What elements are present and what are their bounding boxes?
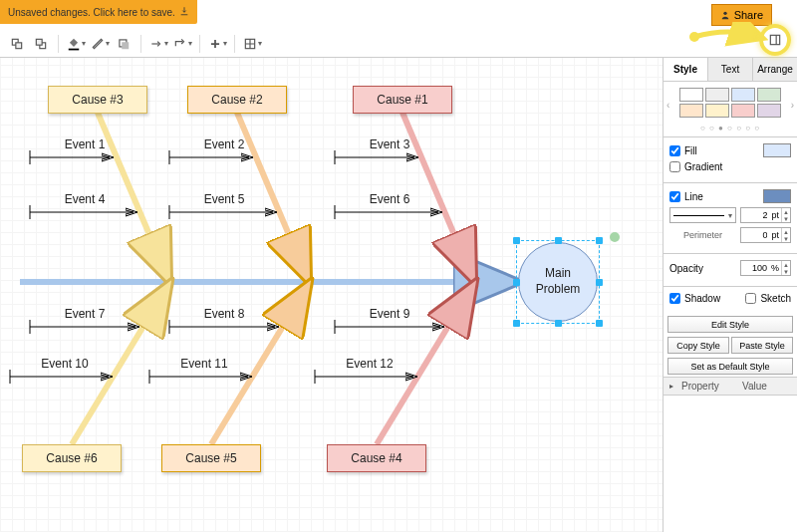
- line-width-input[interactable]: pt ▲▼: [740, 207, 791, 223]
- separator: [140, 35, 141, 53]
- sketch-label: Sketch: [760, 293, 791, 304]
- swatch[interactable]: [679, 104, 703, 118]
- shadow-label: Shadow: [684, 293, 720, 304]
- line-label: Line: [684, 191, 703, 202]
- opacity-label: Opacity: [669, 263, 703, 274]
- line-color-swatch[interactable]: [763, 189, 791, 203]
- annotation-arrow: [689, 22, 769, 52]
- cause-box[interactable]: Cause #5: [161, 444, 261, 472]
- event-label[interactable]: Event 12: [325, 357, 414, 371]
- shadow-button[interactable]: [113, 33, 134, 55]
- perimeter-input[interactable]: pt ▲▼: [740, 227, 791, 243]
- tab-style[interactable]: Style: [664, 58, 708, 81]
- event-label[interactable]: Event 3: [345, 137, 434, 151]
- sketch-checkbox[interactable]: [745, 293, 756, 304]
- line-checkbox[interactable]: [669, 191, 680, 202]
- style-palette: [664, 82, 797, 124]
- swatch[interactable]: [705, 104, 729, 118]
- svg-rect-4: [36, 39, 42, 45]
- line-color-button[interactable]: ▾: [89, 33, 111, 55]
- to-front-button[interactable]: [6, 33, 28, 55]
- palette-pager: ○ ○ ● ○ ○ ○ ○: [664, 124, 797, 136]
- toolbar: ▾ ▾ ▾ ▾ ▾ ▾: [0, 30, 797, 58]
- event-label[interactable]: Event 6: [345, 192, 434, 206]
- separator: [199, 35, 200, 53]
- table-button[interactable]: ▾: [241, 33, 263, 55]
- rotate-handle[interactable]: [610, 232, 620, 242]
- separator: [58, 35, 59, 53]
- event-label[interactable]: Event 4: [40, 192, 130, 206]
- event-label[interactable]: Event 1: [40, 137, 130, 151]
- swatch[interactable]: [705, 88, 729, 102]
- edit-style-button[interactable]: Edit Style: [667, 316, 793, 333]
- default-style-button[interactable]: Set as Default Style: [667, 358, 793, 375]
- fill-checkbox[interactable]: [669, 145, 680, 156]
- value-col: Value: [736, 378, 797, 395]
- unsaved-text: Unsaved changes. Click here to save.: [8, 7, 175, 18]
- add-button[interactable]: ▾: [206, 33, 228, 55]
- separator: [234, 35, 235, 53]
- cause-box[interactable]: Cause #3: [48, 86, 147, 114]
- main-problem-node[interactable]: Main Problem: [518, 242, 598, 322]
- svg-rect-2: [16, 42, 22, 48]
- swatch[interactable]: [757, 104, 781, 118]
- cause-box[interactable]: Cause #4: [327, 444, 426, 472]
- paste-style-button[interactable]: Paste Style: [731, 337, 793, 354]
- svg-rect-5: [68, 48, 79, 50]
- property-col: Property: [675, 378, 736, 395]
- diagram-canvas[interactable]: Cause #3 Cause #2 Cause #1 Cause #6 Caus…: [0, 58, 663, 532]
- copy-style-button[interactable]: Copy Style: [667, 337, 729, 354]
- perimeter-label: Perimeter: [669, 230, 722, 240]
- event-label[interactable]: Event 7: [40, 307, 130, 321]
- format-panel: Style Text Arrange ‹ › ○ ○ ● ○ ○ ○ ○ Fil…: [663, 58, 797, 532]
- cause-box[interactable]: Cause #2: [187, 86, 287, 114]
- user-icon: [720, 10, 730, 20]
- svg-point-0: [723, 12, 726, 15]
- svg-rect-10: [770, 35, 779, 44]
- event-label[interactable]: Event 9: [345, 307, 434, 321]
- svg-rect-7: [122, 42, 129, 49]
- gradient-checkbox[interactable]: [669, 161, 680, 172]
- swatch[interactable]: [731, 88, 755, 102]
- line-style-dropdown[interactable]: ▾: [669, 207, 736, 223]
- fill-color-swatch[interactable]: [763, 143, 791, 157]
- tab-text[interactable]: Text: [708, 58, 753, 81]
- event-label[interactable]: Event 8: [179, 307, 269, 321]
- swatch[interactable]: [731, 104, 755, 118]
- format-panel-toggle[interactable]: [759, 24, 791, 56]
- share-label: Share: [734, 9, 763, 21]
- fill-color-button[interactable]: ▾: [65, 33, 87, 55]
- palette-next[interactable]: ›: [791, 100, 794, 111]
- waypoints-button[interactable]: ▾: [171, 33, 193, 55]
- opacity-input[interactable]: % ▲▼: [740, 260, 791, 276]
- fill-label: Fill: [684, 145, 697, 156]
- unsaved-banner[interactable]: Unsaved changes. Click here to save.: [0, 0, 197, 24]
- gradient-label: Gradient: [684, 161, 722, 172]
- svg-point-9: [689, 32, 699, 42]
- shadow-checkbox[interactable]: [669, 293, 680, 304]
- property-header[interactable]: ▸ Property Value: [664, 377, 797, 396]
- event-label[interactable]: Event 10: [20, 357, 110, 371]
- panel-icon: [768, 33, 782, 47]
- swatch[interactable]: [757, 88, 781, 102]
- to-back-button[interactable]: [30, 33, 52, 55]
- connection-button[interactable]: ▾: [147, 33, 169, 55]
- palette-prev[interactable]: ‹: [666, 100, 669, 111]
- event-label[interactable]: Event 2: [179, 137, 269, 151]
- cause-box[interactable]: Cause #1: [353, 86, 452, 114]
- swatch[interactable]: [679, 88, 703, 102]
- save-icon: [179, 6, 189, 18]
- event-label[interactable]: Event 11: [159, 357, 249, 371]
- cause-box[interactable]: Cause #6: [22, 444, 122, 472]
- tab-arrange[interactable]: Arrange: [753, 58, 797, 81]
- event-label[interactable]: Event 5: [179, 192, 269, 206]
